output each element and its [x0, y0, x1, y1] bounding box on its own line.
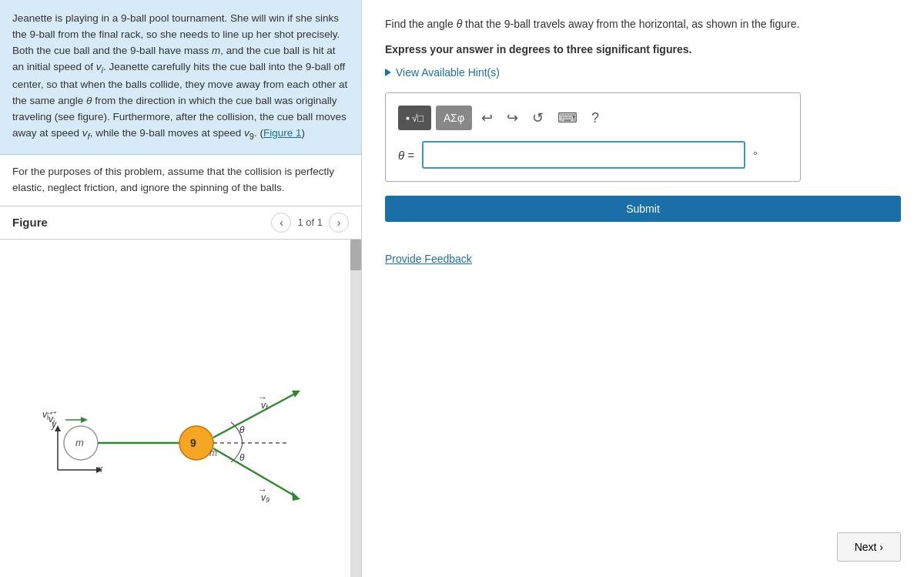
figure-scrollbar[interactable] [350, 240, 361, 577]
answer-box: ▪ √□ ΑΣφ ↩ ↪ ↺ ⌨ ? θ = [385, 92, 801, 182]
hint-link[interactable]: View Available Hint(s) [385, 66, 901, 79]
figure-canvas: x y m vi [0, 240, 361, 577]
svg-marker-25 [292, 491, 300, 501]
feedback-area: Provide Feedback [385, 253, 901, 265]
figure-next-button[interactable]: › [329, 213, 349, 233]
question-text: Find the angle θ that the 9-ball travels… [385, 18, 799, 30]
svg-text:v9: v9 [261, 492, 270, 504]
problem-description: Jeanette is playing in a 9-ball pool tou… [12, 12, 347, 139]
bottom-bar: Next › [385, 517, 901, 562]
right-panel: Find the angle θ that the 9-ball travels… [362, 0, 924, 577]
svg-text:9: 9 [190, 437, 196, 449]
scrollbar-thumb[interactable] [350, 240, 361, 270]
svg-text:θ: θ [239, 452, 245, 463]
elastic-note-block: For the purposes of this problem, assume… [0, 155, 361, 206]
figure-header: Figure ‹ 1 of 1 › [0, 206, 361, 240]
figure-svg: x y m vi [19, 308, 343, 508]
bold-instruction: Express your answer in degrees to three … [385, 43, 901, 55]
question-header: Find the angle θ that the 9-ball travels… [385, 15, 901, 32]
figure-diagram: x y m vi [0, 240, 361, 577]
help-button[interactable]: ? [587, 107, 604, 129]
redo-button[interactable]: ↪ [502, 106, 523, 129]
input-row: θ = ° [398, 141, 788, 169]
fraction-sqrt-button[interactable]: ▪ √□ [398, 106, 431, 130]
next-button[interactable]: Next › [837, 532, 901, 562]
degree-symbol: ° [753, 149, 758, 162]
keyboard-button[interactable]: ⌨ [553, 106, 582, 129]
keyboard-icon: ⌨ [557, 109, 578, 126]
svg-text:θ: θ [239, 424, 245, 435]
svg-text:vf: vf [261, 400, 269, 411]
sqrt-icon: √□ [412, 112, 424, 124]
submit-button[interactable]: Submit [385, 196, 901, 222]
symbol-label: ΑΣφ [444, 112, 464, 124]
figure-section: Figure ‹ 1 of 1 › x y [0, 206, 361, 577]
figure1-link[interactable]: Figure 1 [263, 127, 302, 139]
page-indicator: 1 of 1 [297, 216, 323, 228]
svg-line-19 [213, 393, 296, 438]
answer-input[interactable] [422, 141, 745, 169]
figure-nav: ‹ 1 of 1 › [271, 213, 349, 233]
figure-title: Figure [12, 216, 48, 229]
svg-line-24 [213, 448, 296, 497]
problem-text-block: Jeanette is playing in a 9-ball pool tou… [0, 0, 361, 155]
hint-link-label: View Available Hint(s) [396, 66, 500, 79]
undo-button[interactable]: ↩ [477, 106, 497, 129]
theta-label: θ = [398, 149, 414, 162]
refresh-button[interactable]: ↺ [527, 106, 548, 129]
help-icon: ? [591, 110, 599, 126]
undo-icon: ↩ [481, 109, 493, 126]
redo-icon: ↪ [507, 109, 518, 126]
refresh-icon: ↺ [532, 109, 544, 126]
provide-feedback-link[interactable]: Provide Feedback [385, 253, 472, 265]
symbol-button[interactable]: ΑΣφ [436, 106, 472, 130]
fraction-sqrt-icon: ▪ [406, 112, 410, 124]
svg-marker-11 [81, 417, 88, 423]
elastic-note-text: For the purposes of this problem, assume… [12, 166, 334, 193]
svg-text:m: m [75, 437, 84, 448]
figure-prev-button[interactable]: ‹ [271, 213, 291, 233]
toolbar: ▪ √□ ΑΣφ ↩ ↪ ↺ ⌨ ? [398, 106, 788, 130]
hint-triangle-icon [385, 69, 391, 76]
svg-point-15 [179, 426, 213, 460]
